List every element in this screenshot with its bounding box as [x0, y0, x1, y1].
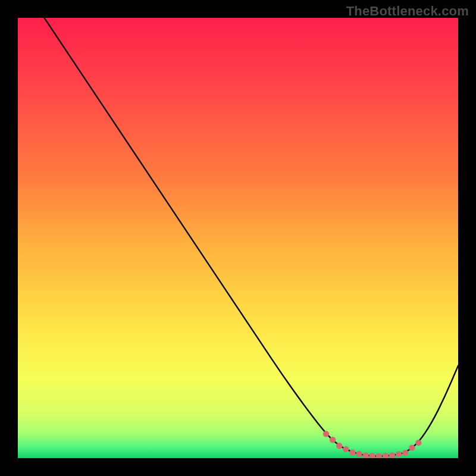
gradient-background: [18, 18, 458, 458]
watermark-text: TheBottleneck.com: [346, 4, 469, 19]
highlight-dot: [356, 451, 362, 457]
highlight-dot: [336, 443, 342, 449]
highlight-dot: [396, 451, 402, 457]
highlight-dot: [343, 446, 349, 452]
chart-stage: TheBottleneck.com: [0, 0, 476, 476]
highlight-dot: [415, 440, 421, 446]
highlight-dot: [323, 431, 329, 437]
highlight-dot: [330, 437, 336, 443]
highlight-dot: [409, 444, 415, 450]
chart-svg: [18, 18, 458, 458]
highlight-dot: [402, 450, 408, 456]
highlight-dot: [349, 449, 355, 455]
plot-area: [18, 18, 458, 458]
